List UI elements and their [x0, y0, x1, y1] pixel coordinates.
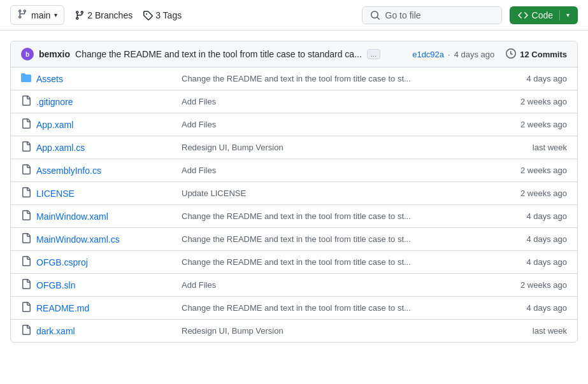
file-time: 4 days ago	[497, 74, 567, 83]
table-row: OFGB.csproj Change the README and text i…	[11, 251, 577, 274]
code-button[interactable]: Code ▾	[510, 6, 578, 24]
table-row: MainWindow.xaml Change the README and te…	[11, 205, 577, 228]
commit-author[interactable]: bemxio	[39, 49, 70, 59]
file-icon	[21, 279, 31, 291]
file-name[interactable]: README.md	[36, 303, 176, 313]
file-time: 4 days ago	[497, 211, 567, 221]
file-name[interactable]: App.xaml	[36, 120, 176, 130]
commit-badge[interactable]: ...	[367, 49, 380, 59]
branch-icon	[17, 9, 27, 21]
file-icon	[21, 233, 31, 245]
file-name[interactable]: .gitignore	[36, 97, 176, 107]
search-icon	[370, 10, 380, 20]
branches-link[interactable]: 2 Branches	[75, 10, 133, 20]
clock-icon	[506, 48, 516, 60]
goto-file-input[interactable]: Go to file	[362, 6, 502, 24]
tags-label: 3 Tags	[155, 10, 182, 20]
table-row: .gitignore Add Files 2 weeks ago	[11, 90, 577, 113]
file-time: last week	[497, 143, 567, 152]
table-row: MainWindow.xaml.cs Change the README and…	[11, 228, 577, 251]
file-commit-message: Change the README and text in the tool f…	[182, 74, 492, 83]
file-commit-message: Add Files	[182, 280, 492, 290]
file-time: 2 weeks ago	[497, 188, 567, 198]
file-icon	[21, 325, 31, 337]
file-commit-message: Redesign UI, Bump Version	[182, 143, 492, 152]
toolbar: main ▾ 2 Branches 3 Tags Go to file Code…	[0, 0, 588, 31]
folder-icon	[21, 73, 31, 85]
file-icon	[21, 141, 31, 153]
file-commit-message: Change the README and text in the tool f…	[182, 234, 492, 244]
file-icon	[21, 256, 31, 268]
code-dropdown-icon: ▾	[566, 11, 570, 18]
file-time: 2 weeks ago	[497, 166, 567, 175]
commits-label: 12 Commits	[520, 50, 567, 59]
code-label: Code	[532, 10, 553, 20]
commit-hash: e1dc92a	[412, 50, 444, 59]
table-row: dark.xaml Redesign UI, Bump Version last…	[11, 320, 577, 342]
file-table: b bemxio Change the README and text in t…	[10, 41, 578, 343]
file-commit-message: Change the README and text in the tool f…	[182, 257, 492, 267]
file-time: 2 weeks ago	[497, 280, 567, 290]
table-row: AssemblyInfo.cs Add Files 2 weeks ago	[11, 159, 577, 182]
file-commit-message: Add Files	[182, 97, 492, 106]
goto-label: Go to file	[385, 10, 421, 20]
file-time: last week	[497, 326, 567, 336]
commits-bar: b bemxio Change the README and text in t…	[11, 41, 577, 68]
file-icon	[21, 164, 31, 176]
file-name[interactable]: OFGB.csproj	[36, 257, 176, 267]
file-name[interactable]: MainWindow.xaml.cs	[36, 234, 176, 245]
commit-time: 4 days ago	[454, 50, 495, 59]
file-name[interactable]: App.xaml.cs	[36, 143, 176, 153]
tags-link[interactable]: 3 Tags	[143, 10, 182, 20]
file-time: 4 days ago	[497, 257, 567, 267]
meta-links: 2 Branches 3 Tags	[75, 10, 182, 20]
file-icon	[21, 118, 31, 131]
file-commit-message: Add Files	[182, 120, 492, 129]
file-commit-message: Change the README and text in the tool f…	[182, 303, 492, 313]
branch-dropdown-icon: ▾	[54, 11, 57, 18]
table-row: App.xaml.cs Redesign UI, Bump Version la…	[11, 136, 577, 159]
file-icon	[21, 96, 31, 108]
table-row: README.md Change the README and text in …	[11, 297, 577, 320]
file-time: 4 days ago	[497, 234, 567, 244]
file-name[interactable]: AssemblyInfo.cs	[36, 166, 176, 176]
file-name[interactable]: Assets	[36, 74, 176, 84]
file-name[interactable]: MainWindow.xaml	[36, 211, 176, 222]
branch-name: main	[31, 10, 50, 20]
file-commit-message: Add Files	[182, 166, 492, 175]
commit-message: Change the README and text in the tool f…	[75, 49, 362, 59]
file-name[interactable]: LICENSE	[36, 188, 176, 199]
file-icon	[21, 187, 31, 199]
branches-label: 2 Branches	[87, 10, 133, 20]
commit-separator: ·	[448, 50, 450, 59]
file-time: 4 days ago	[497, 303, 567, 313]
commit-meta: e1dc92a · 4 days ago 12 Commits	[412, 48, 567, 60]
author-avatar: b	[21, 48, 34, 60]
table-row: App.xaml Add Files 2 weeks ago	[11, 113, 577, 136]
file-icon	[21, 210, 31, 222]
branch-selector[interactable]: main ▾	[10, 5, 64, 25]
file-commit-message: Change the README and text in the tool f…	[182, 211, 492, 221]
code-icon	[518, 10, 528, 20]
table-row: LICENSE Update LICENSE 2 weeks ago	[11, 182, 577, 205]
file-time: 2 weeks ago	[497, 97, 567, 106]
file-rows-container: Assets Change the README and text in the…	[11, 68, 577, 342]
branches-icon	[75, 10, 85, 20]
file-commit-message: Redesign UI, Bump Version	[182, 326, 492, 336]
main-content: b bemxio Change the README and text in t…	[0, 31, 588, 353]
table-row: OFGB.sln Add Files 2 weeks ago	[11, 274, 577, 297]
code-button-divider	[559, 10, 560, 20]
file-commit-message: Update LICENSE	[182, 188, 492, 198]
file-time: 2 weeks ago	[497, 120, 567, 129]
file-name[interactable]: OFGB.sln	[36, 280, 176, 290]
file-name[interactable]: dark.xaml	[36, 326, 176, 336]
file-icon	[21, 302, 31, 314]
tags-icon	[143, 10, 153, 20]
commits-link[interactable]: 12 Commits	[520, 50, 567, 59]
table-row: Assets Change the README and text in the…	[11, 68, 577, 90]
